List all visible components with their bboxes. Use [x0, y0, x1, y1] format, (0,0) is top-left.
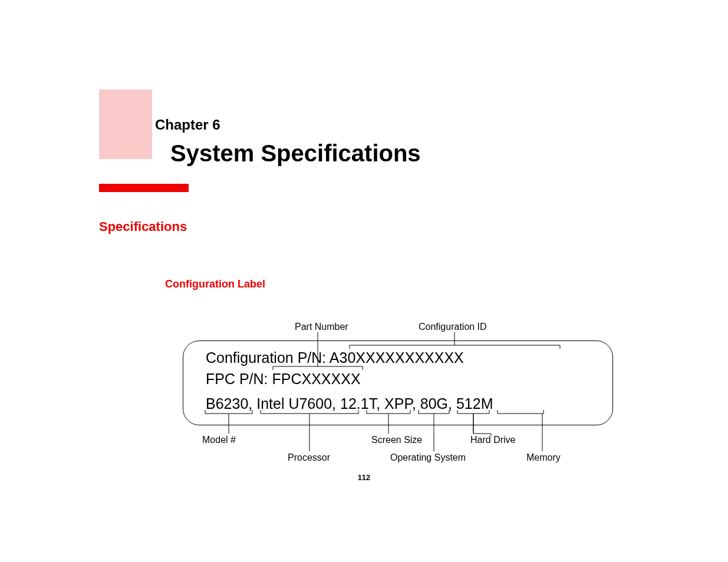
callout-hard-drive-label: Hard Drive	[470, 435, 515, 445]
label-line-1: Configuration P/N: A30XXXXXXXXXXX	[206, 349, 464, 366]
callout-configuration-id-label: Configuration ID	[419, 322, 487, 332]
callout-part-number-label: Part Number	[295, 322, 348, 332]
line3-screen: 12.1T	[340, 395, 376, 412]
line3-model: B6230	[206, 395, 248, 412]
line2-value: FPCXXXXXX	[272, 371, 361, 387]
callout-processor-label: Processor	[288, 452, 330, 463]
page-number: 112	[0, 473, 728, 482]
callout-memory-label: Memory	[526, 452, 561, 463]
line3-processor: Intel U7600	[256, 395, 332, 412]
callout-model-label: Model #	[202, 435, 236, 445]
line1-value: A30XXXXXXXXXXX	[330, 349, 464, 366]
red-accent-bar	[99, 184, 189, 192]
label-line-3: B6230, Intel U7600, 12.1T, XPP, 80G, 512…	[206, 395, 493, 412]
chapter-title: System Specifications	[170, 140, 421, 167]
chapter-marker-block	[99, 90, 152, 159]
section-heading: Specifications	[99, 219, 187, 234]
sub-heading: Configuration Label	[165, 278, 265, 290]
page: Chapter 6 System Specifications Specific…	[0, 0, 728, 562]
callout-screen-size-label: Screen Size	[371, 435, 422, 445]
label-line-2: FPC P/N: FPCXXXXXX	[206, 371, 361, 388]
line3-sep1: ,	[248, 395, 256, 412]
line2-prefix: FPC P/N:	[206, 371, 272, 387]
line3-mem: 512M	[456, 395, 493, 412]
line3-sep4: ,	[412, 395, 420, 412]
chapter-label: Chapter 6	[155, 117, 220, 133]
label-box: Configuration P/N: A30XXXXXXXXXXX FPC P/…	[183, 340, 613, 425]
line3-sep3: ,	[376, 395, 384, 412]
line3-hdd: 80G	[420, 395, 448, 412]
line3-sep5: ,	[448, 395, 456, 412]
line3-os: XPP	[384, 395, 412, 412]
line1-prefix: Configuration P/N:	[206, 349, 330, 366]
line3-sep2: ,	[332, 395, 340, 412]
configuration-label-diagram: Part Number Configuration ID Configurati…	[177, 318, 625, 471]
callout-operating-system-label: Operating System	[390, 452, 466, 463]
